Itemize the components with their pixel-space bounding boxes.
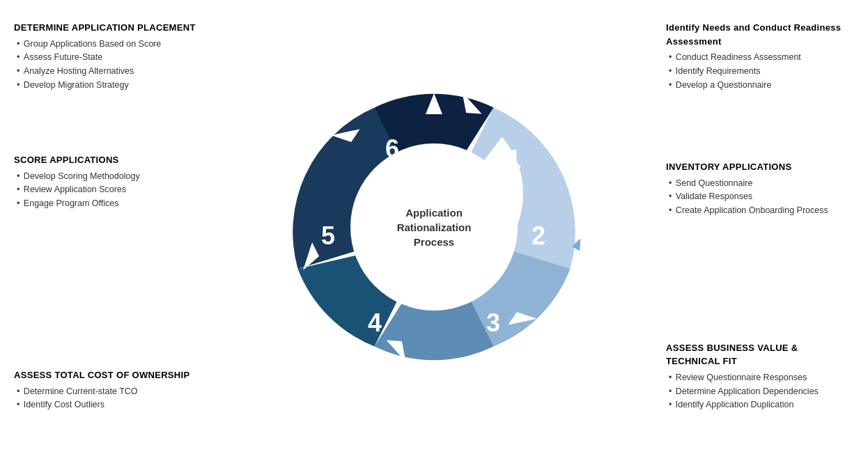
list-item: Develop Migration Strategy	[17, 79, 230, 92]
panel-5-title: SCORE APPLICATIONS	[14, 153, 209, 167]
list-item: Create Application Onboarding Process	[669, 204, 854, 217]
circular-diagram: 1 2 3 4 5 6 Applicatio	[288, 81, 580, 373]
list-item: Determine Application Dependencies	[669, 385, 854, 398]
panel-3-list: Review Questionnaire Responses Determine…	[666, 371, 854, 412]
panel-4: ASSESS TOTAL COST OF OWNERSHIP Determine…	[14, 368, 230, 412]
segment-number-5: 5	[321, 221, 335, 250]
panel-6: DETERMINE APPLICATION PLACEMENT Group Ap…	[14, 21, 230, 93]
list-item: Develop a Questionnaire	[669, 79, 854, 92]
panel-6-title: DETERMINE APPLICATION PLACEMENT	[14, 21, 230, 35]
list-item: Determine Current-state TCO	[17, 385, 230, 398]
list-item: Identify Cost Outliers	[17, 398, 230, 412]
segment-number-4: 4	[368, 308, 382, 337]
panel-1-title: Identify Needs and Conduct Readiness Ass…	[666, 21, 854, 48]
list-item: Review Questionnaire Responses	[669, 371, 854, 384]
main-container: DETERMINE APPLICATION PLACEMENT Group Ap…	[0, 0, 868, 454]
list-item: Engage Program Offices	[17, 197, 209, 210]
panel-3: ASSESS BUSINESS VALUE & TECHNICAL FIT Re…	[666, 341, 854, 412]
list-item: Develop Scoring Methodology	[17, 170, 209, 183]
list-item: Identify Requirements	[669, 65, 854, 78]
panel-4-list: Determine Current-state TCO Identify Cos…	[14, 385, 230, 412]
center-text: Application Rationalization Process	[378, 205, 490, 249]
panel-1-list: Conduct Readiness Assessment Identify Re…	[666, 51, 854, 91]
panel-2-list: Send Questionnaire Validate Responses Cr…	[666, 177, 854, 217]
panel-5-list: Develop Scoring Methodology Review Appli…	[14, 170, 209, 210]
list-item: Group Applications Based on Score	[17, 38, 230, 51]
segment-number-2: 2	[532, 221, 545, 250]
panel-5: SCORE APPLICATIONS Develop Scoring Metho…	[14, 153, 209, 211]
list-item: Analyze Hosting Alternatives	[17, 65, 230, 78]
list-item: Assess Future-State	[17, 51, 230, 64]
panel-3-title: ASSESS BUSINESS VALUE & TECHNICAL FIT	[666, 341, 854, 368]
panel-2: INVENTORY APPLICATIONS Send Questionnair…	[666, 160, 854, 218]
segment-number-6: 6	[385, 134, 399, 163]
segment-number-1: 1	[507, 145, 521, 173]
panel-1: Identify Needs and Conduct Readiness Ass…	[666, 21, 854, 92]
segment-number-3: 3	[486, 308, 500, 337]
list-item: Conduct Readiness Assessment	[669, 51, 854, 64]
panel-4-title: ASSESS TOTAL COST OF OWNERSHIP	[14, 368, 230, 382]
list-item: Validate Responses	[669, 190, 854, 203]
panel-6-list: Group Applications Based on Score Assess…	[14, 38, 230, 92]
list-item: Identify Application Duplication	[669, 398, 854, 412]
list-item: Review Application Scores	[17, 183, 209, 196]
panel-2-title: INVENTORY APPLICATIONS	[666, 160, 854, 174]
list-item: Send Questionnaire	[669, 177, 854, 190]
